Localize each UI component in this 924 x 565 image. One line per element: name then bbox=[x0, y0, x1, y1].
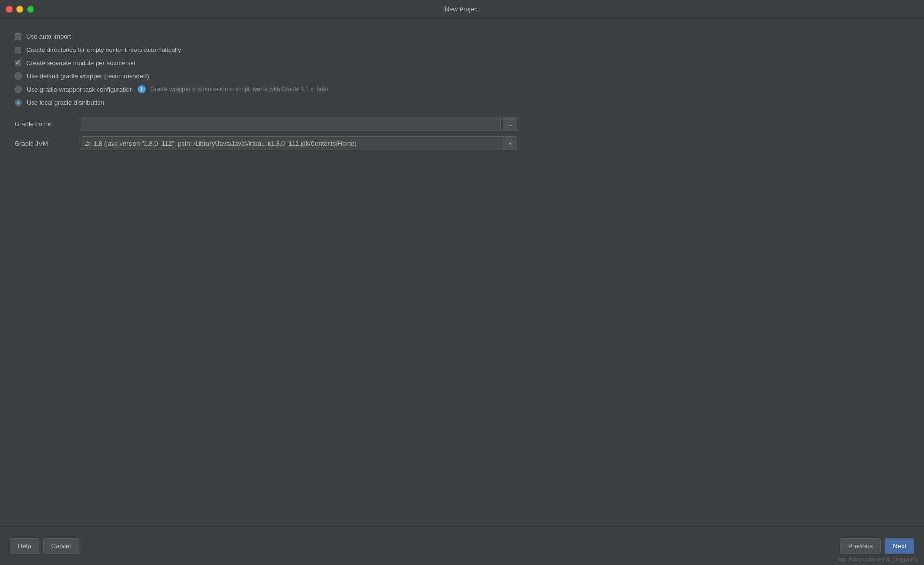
gradle-home-row: Gradle home: ... bbox=[15, 117, 909, 131]
gradle-wrapper-info-text: Gradle wrapper customization in script, … bbox=[150, 86, 329, 93]
use-gradle-wrapper-task-radio[interactable] bbox=[15, 86, 22, 93]
folder-icon: 🗂 bbox=[84, 139, 91, 147]
create-directories-row: Create directories for empty content roo… bbox=[15, 43, 909, 56]
gradle-home-input-container: ... bbox=[81, 117, 517, 131]
use-gradle-wrapper-task-row: Use gradle wrapper task configuration i … bbox=[15, 83, 909, 96]
gradle-jvm-label: Gradle JVM: bbox=[15, 140, 73, 147]
bottom-right-buttons: Previous Next bbox=[840, 538, 914, 554]
auto-import-label: Use auto-import bbox=[26, 33, 71, 40]
window-title: New Project bbox=[445, 5, 479, 13]
create-separate-module-row: Create separate module per source set bbox=[15, 56, 909, 69]
next-button[interactable]: Next bbox=[885, 538, 914, 554]
create-separate-module-checkbox[interactable] bbox=[15, 60, 21, 66]
gradle-jvm-select-container: 🗂 1.8 (java version "1.8.0_112", path: /… bbox=[81, 136, 517, 150]
use-default-gradle-label: Use default gradle wrapper (recommended) bbox=[27, 72, 148, 80]
maximize-button[interactable] bbox=[27, 6, 34, 13]
close-button[interactable] bbox=[6, 6, 13, 13]
minimize-button[interactable] bbox=[16, 6, 23, 13]
gradle-jvm-row: Gradle JVM: 🗂 1.8 (java version "1.8.0_1… bbox=[15, 136, 909, 150]
use-default-gradle-row: Use default gradle wrapper (recommended) bbox=[15, 69, 909, 83]
watermark: http://blog.csdn.net/Mr_DragonFly bbox=[838, 556, 918, 562]
previous-button[interactable]: Previous bbox=[840, 538, 881, 554]
use-default-gradle-radio[interactable] bbox=[15, 72, 22, 80]
use-local-gradle-row: Use local gradle distribution bbox=[15, 96, 909, 109]
bottom-left-buttons: Help Cancel bbox=[10, 538, 79, 554]
create-separate-module-label: Create separate module per source set bbox=[26, 59, 135, 66]
help-button[interactable]: Help bbox=[10, 538, 39, 554]
auto-import-checkbox[interactable] bbox=[15, 33, 21, 40]
auto-import-row: Use auto-import bbox=[15, 30, 909, 43]
dropdown-arrow-icon[interactable]: ▾ bbox=[503, 137, 517, 150]
use-gradle-wrapper-task-label: Use gradle wrapper task configuration bbox=[27, 86, 133, 93]
main-content: Use auto-import Create directories for e… bbox=[0, 18, 924, 162]
form-section: Gradle home: ... Gradle JVM: 🗂 1.8 (java… bbox=[15, 117, 909, 150]
gradle-jvm-value: 1.8 (java version "1.8.0_112", path: /Li… bbox=[94, 140, 357, 147]
cancel-button[interactable]: Cancel bbox=[43, 538, 79, 554]
create-directories-label: Create directories for empty content roo… bbox=[26, 46, 181, 53]
use-local-gradle-label: Use local gradle distribution bbox=[27, 99, 104, 106]
browse-button[interactable]: ... bbox=[503, 117, 517, 131]
use-local-gradle-radio[interactable] bbox=[15, 99, 22, 106]
create-directories-checkbox[interactable] bbox=[15, 47, 21, 53]
title-bar: New Project bbox=[0, 0, 924, 18]
gradle-home-input[interactable] bbox=[81, 117, 501, 131]
gradle-home-label: Gradle home: bbox=[15, 120, 73, 128]
bottom-bar: Help Cancel Previous Next bbox=[0, 526, 924, 565]
info-icon[interactable]: i bbox=[138, 85, 146, 93]
traffic-light-controls bbox=[6, 6, 34, 13]
gradle-jvm-display[interactable]: 🗂 1.8 (java version "1.8.0_112", path: /… bbox=[81, 136, 517, 150]
